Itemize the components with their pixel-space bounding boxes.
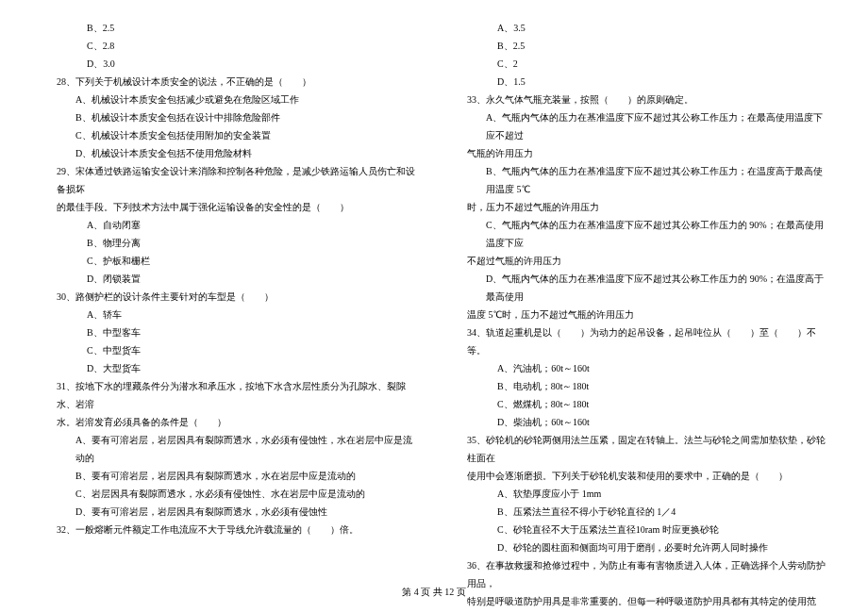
- q34-option-a: A、汽油机；60t～160t: [448, 359, 830, 377]
- q33-option-b1: B、气瓶内气体的压力在基准温度下应不超过其公称工作压力；在温度高于最高使用温度 …: [448, 162, 830, 198]
- q33-option-a1: A、气瓶内气体的压力在基准温度下应不超过其公称工作压力；在最高使用温度下应不超过: [448, 108, 830, 144]
- right-column: A、3.5 B、2.5 C、2 D、1.5 33、永久气体气瓶充装量，按照（ ）…: [448, 19, 830, 575]
- q33-text: 33、永久气体气瓶充装量，按照（ ）的原则确定。: [448, 91, 830, 108]
- q35-option-c: C、砂轮直径不大于压紧法兰直径10ram 时应更换砂轮: [448, 521, 830, 538]
- q28-option-d: D、机械设计本质安全包括不使用危险材料: [38, 144, 420, 162]
- q30-option-d: D、大型货车: [38, 359, 420, 377]
- q29-option-b: B、物理分离: [38, 234, 420, 252]
- q31-option-c: C、岩层因具有裂隙而透水，水必须有侵蚀性、水在岩层中应是流动的: [38, 485, 420, 503]
- q30-option-c: C、中型货车: [38, 341, 420, 359]
- q29-text-cont: 的最佳手段。下列技术方法中属于强化运输设备的安全性的是（ ）: [38, 198, 420, 216]
- q34-option-b: B、电动机；80t～180t: [448, 377, 830, 395]
- q29-option-a: A、自动闭塞: [38, 216, 420, 234]
- q33-option-a2: 气瓶的许用压力: [448, 144, 830, 162]
- page-container: B、2.5 C、2.8 D、3.0 28、下列关于机械设计本质安全的说法，不正确…: [38, 19, 830, 575]
- q33-option-d2: 温度 5℃时，压力不超过气瓶的许用压力: [448, 306, 830, 323]
- q28-option-c: C、机械设计本质安全包括使用附加的安全装置: [38, 126, 420, 144]
- q31-option-b: B、要有可溶岩层，岩层因具有裂隙而透水，水在岩层中应是流动的: [38, 467, 420, 485]
- q32-option-a: A、3.5: [448, 19, 830, 37]
- q30-text: 30、路侧护栏的设计条件主要针对的车型是（ ）: [38, 288, 420, 306]
- q30-option-a: A、轿车: [38, 306, 420, 323]
- q35-text: 35、砂轮机的砂轮两侧用法兰压紧，固定在转轴上。法兰与砂轮之间需加垫软垫，砂轮柱…: [448, 431, 830, 467]
- q33-option-b2: 时，压力不超过气瓶的许用压力: [448, 198, 830, 216]
- q35-option-b: B、压紧法兰直径不得小于砂轮直径的 1／4: [448, 503, 830, 521]
- q34-option-d: D、柴油机；60t～160t: [448, 413, 830, 431]
- q29-option-c: C、护板和栅栏: [38, 252, 420, 270]
- q29-option-d: D、闭锁装置: [38, 270, 420, 288]
- q29-text: 29、宋体通过铁路运输安全设计来消除和控制各种危险，是减少铁路运输人员伤亡和设备…: [38, 162, 420, 198]
- q28-option-a: A、机械设计本质安全包括减少或避免在危险区域工作: [38, 91, 420, 108]
- q33-option-c1: C、气瓶内气体的压力在基准温度下应不超过其公称工作压力的 90%；在最高使用温度…: [448, 216, 830, 252]
- q31-option-a: A、要有可溶岩层，岩层因具有裂隙而透水，水必须有侵蚀性，水在岩层中应是流动的: [38, 431, 420, 467]
- left-column: B、2.5 C、2.8 D、3.0 28、下列关于机械设计本质安全的说法，不正确…: [38, 19, 420, 575]
- q33-option-c2: 不超过气瓶的许用压力: [448, 252, 830, 270]
- q32-text: 32、一般熔断元件额定工作电流应不大于导线允许载流量的（ ）倍。: [38, 521, 420, 538]
- q32-option-b: B、2.5: [448, 37, 830, 55]
- q35-option-a: A、软垫厚度应小于 1mm: [448, 485, 830, 503]
- q27-option-d: D、3.0: [38, 55, 420, 73]
- q32-option-d: D、1.5: [448, 73, 830, 91]
- q27-option-b: B、2.5: [38, 19, 420, 37]
- q34-text: 34、轨道起重机是以（ ）为动力的起吊设备，起吊吨位从（ ）至（ ）不等。: [448, 323, 830, 359]
- q31-option-d: D、要有可溶岩层，岩层因具有裂隙而透水，水必须有侵蚀性: [38, 503, 420, 521]
- q34-option-c: C、燃煤机；80t～180t: [448, 395, 830, 413]
- q33-option-d1: D、气瓶内气体的压力在基准温度下应不超过其公称工作压力的 90%；在温度高于最高…: [448, 270, 830, 306]
- q28-text: 28、下列关于机械设计本质安全的说法，不正确的是（ ）: [38, 73, 420, 91]
- q35-option-d: D、砂轮的圆柱面和侧面均可用于磨削，必要时允许两人同时操作: [448, 538, 830, 556]
- page-footer: 第 4 页 共 12 页: [0, 586, 868, 599]
- q28-option-b: B、机械设计本质安全包括在设计中排除危险部件: [38, 108, 420, 126]
- q31-text: 31、按地下水的埋藏条件分为潜水和承压水，按地下水含水层性质分为孔隙水、裂隙水、…: [38, 377, 420, 413]
- q31-text-cont: 水。岩溶发育必须具备的条件是（ ）: [38, 413, 420, 431]
- q32-option-c: C、2: [448, 55, 830, 73]
- q27-option-c: C、2.8: [38, 37, 420, 55]
- q35-text-cont: 使用中会逐渐磨损。下列关于砂轮机安装和使用的要求中，正确的是（ ）: [448, 467, 830, 485]
- q30-option-b: B、中型客车: [38, 323, 420, 341]
